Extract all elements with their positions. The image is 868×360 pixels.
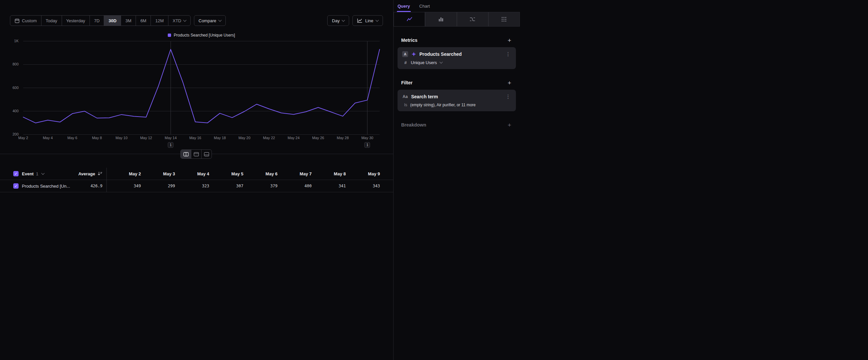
table-cell-value: 299	[141, 180, 175, 192]
event-sparkle-icon	[411, 52, 416, 57]
line-chart-plot[interactable]	[23, 41, 380, 135]
table-cell-value: 341	[312, 180, 346, 192]
x-axis-label: May 4	[36, 136, 59, 140]
layout-split-button[interactable]	[181, 150, 191, 159]
bar-chart-tab[interactable]	[425, 12, 457, 27]
y-axis-label: 400	[0, 109, 19, 113]
table-header-row: ✓ Event 1 Average May 2 May 3 May 4 May …	[0, 168, 393, 180]
flows-icon	[469, 16, 475, 22]
filter-value: (empty string), Air purifier, or 11 more	[410, 103, 475, 107]
date-column-header[interactable]: May 5	[209, 168, 243, 180]
date-column-header[interactable]: May 3	[141, 168, 175, 180]
date-column-header[interactable]: May 8	[312, 168, 346, 180]
dots-grid-icon	[501, 16, 507, 22]
line-chart-icon	[406, 16, 412, 22]
event-column-header[interactable]: Event	[22, 171, 33, 176]
x-axis-label: May 10	[110, 136, 133, 140]
x-axis-label: May 6	[61, 136, 84, 140]
breakdown-title: Breakdown	[401, 122, 426, 128]
x-axis-label: May 18	[208, 136, 231, 140]
series-name: Products Searched [Un...	[22, 184, 70, 189]
bar-chart-icon	[438, 16, 444, 22]
hash-icon: #	[403, 60, 408, 65]
table-cell-value: 323	[175, 180, 209, 192]
add-metric-button[interactable]: +	[507, 37, 511, 44]
average-value: 426.9	[73, 180, 107, 192]
y-axis-label: 600	[0, 86, 19, 90]
x-axis-label: May 22	[257, 136, 280, 140]
average-column-header[interactable]: Average	[78, 171, 95, 176]
kebab-menu-icon[interactable]: ⋮	[505, 94, 511, 100]
tab-label: Query	[398, 4, 410, 9]
metric-letter-badge: A	[402, 51, 408, 57]
date-column-header[interactable]: May 7	[278, 168, 312, 180]
layout-table-only-button[interactable]	[201, 150, 212, 159]
sidebar-tabs: Query Chart	[394, 0, 520, 12]
filter-card[interactable]: Aa Search term ⋮ Is (empty string), Air …	[398, 90, 516, 111]
layout-chart-only-button[interactable]	[191, 150, 201, 159]
table-row[interactable]: ✓ Products Searched [Un... 426.9 349 299…	[0, 180, 393, 192]
metric-card[interactable]: A Products Searched ⋮ # Unique Users	[398, 47, 516, 69]
select-all-checkbox[interactable]: ✓	[13, 171, 19, 176]
layout-toggle-group	[180, 149, 212, 159]
annotation-badge[interactable]: 1	[168, 142, 174, 148]
filter-section-header: Filter +	[394, 78, 520, 88]
x-axis-label: May 14	[159, 136, 182, 140]
metrics-section-header: Metrics +	[394, 35, 520, 45]
kebab-menu-icon[interactable]: ⋮	[505, 51, 511, 57]
filter-property-name: Search term	[411, 94, 438, 99]
chart-type-selector	[394, 12, 520, 27]
more-chart-types-tab[interactable]	[488, 12, 520, 27]
top-layout-icon	[194, 152, 199, 157]
x-axis-label: May 8	[85, 136, 108, 140]
x-axis-label: May 16	[184, 136, 207, 140]
results-table: ✓ Event 1 Average May 2 May 3 May 4 May …	[0, 168, 393, 192]
tab-query[interactable]: Query	[397, 0, 411, 12]
insights-line-tab[interactable]	[394, 12, 425, 27]
x-axis-label: May 30	[356, 136, 379, 140]
filter-condition[interactable]: Is (empty string), Air purifier, or 11 m…	[402, 103, 511, 107]
split-layout-icon	[183, 152, 189, 157]
add-breakdown-button[interactable]: +	[507, 122, 511, 128]
event-count: 1	[36, 171, 38, 176]
x-axis-label: May 26	[307, 136, 330, 140]
y-axis-label: 800	[0, 62, 19, 66]
series-line[interactable]	[23, 50, 380, 123]
flows-tab[interactable]	[457, 12, 488, 27]
x-axis-label: May 12	[134, 136, 158, 140]
main-panel: Custom Today Yesterday 7D 30D 3M 6M 12M …	[0, 0, 393, 360]
chart-area: 2004006008001K11May 2May 4May 6May 8May …	[0, 0, 393, 154]
table-cell-value: 343	[346, 180, 380, 192]
bottom-layout-icon	[204, 152, 209, 157]
sort-icon[interactable]	[97, 171, 102, 176]
breakdown-section-header: Breakdown +	[394, 120, 520, 130]
date-column-header[interactable]: May 9	[346, 168, 380, 180]
metrics-title: Metrics	[401, 37, 417, 43]
aggregation-label: Unique Users	[411, 60, 437, 65]
string-property-icon: Aa	[402, 94, 408, 99]
filter-title: Filter	[401, 80, 412, 85]
tab-chart[interactable]: Chart	[419, 0, 431, 12]
table-cell-value: 400	[278, 180, 312, 192]
x-axis-label: May 2	[11, 136, 35, 140]
tab-label: Chart	[420, 4, 430, 9]
chevron-down-icon	[41, 171, 44, 175]
check-icon: ✓	[14, 172, 17, 176]
filter-operator: Is	[404, 103, 407, 107]
query-builder-sidebar: Query Chart	[393, 0, 520, 360]
metric-name: Products Searched	[420, 52, 462, 57]
chevron-down-icon	[439, 60, 443, 64]
table-cell-value: 349	[107, 180, 141, 192]
aggregation-selector[interactable]: # Unique Users	[402, 60, 511, 65]
x-axis-label: May 20	[233, 136, 256, 140]
date-column-header[interactable]: May 6	[243, 168, 278, 180]
date-column-header[interactable]: May 2	[107, 168, 141, 180]
annotation-badge[interactable]: 1	[364, 142, 370, 148]
date-column-header[interactable]: May 4	[175, 168, 209, 180]
add-filter-button[interactable]: +	[507, 80, 511, 86]
check-icon: ✓	[14, 184, 17, 188]
y-axis-label: 1K	[0, 39, 19, 43]
table-cell-value: 379	[243, 180, 278, 192]
analytics-app: Custom Today Yesterday 7D 30D 3M 6M 12M …	[0, 0, 868, 360]
row-checkbox[interactable]: ✓	[13, 183, 19, 189]
